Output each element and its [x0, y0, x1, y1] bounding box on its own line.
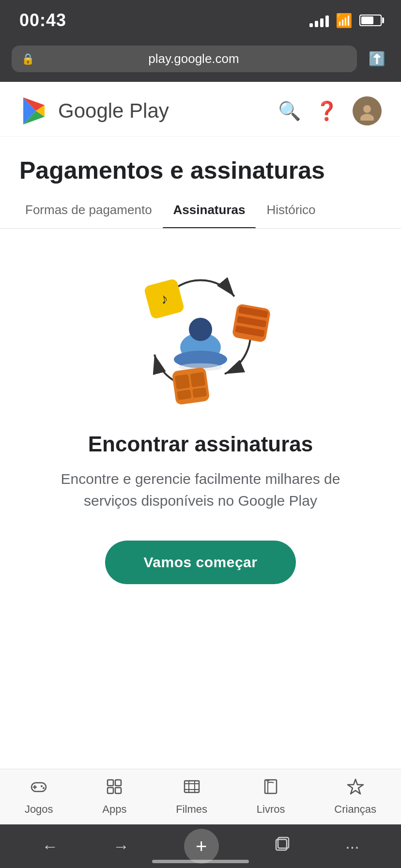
nav-games[interactable]: Jogos — [25, 778, 53, 816]
forward-icon: → — [113, 837, 129, 856]
share-icon: ⬆️ — [369, 51, 386, 66]
more-button[interactable]: ··· — [345, 837, 359, 856]
tab-subscriptions[interactable]: Assinaturas — [163, 190, 256, 228]
nav-kids[interactable]: Crianças — [334, 778, 376, 816]
app-title: Google Play — [58, 99, 169, 123]
svg-point-5 — [363, 105, 371, 113]
status-time: 00:43 — [19, 10, 66, 31]
browser-bar: 🔒 play.google.com ⬆️ — [0, 39, 401, 82]
nav-apps[interactable]: Apps — [102, 778, 126, 816]
url-text[interactable]: play.google.com — [40, 51, 347, 66]
header-icons: 🔍 ❓ — [278, 96, 382, 125]
svg-point-10 — [190, 321, 211, 335]
kids-label: Crianças — [334, 803, 376, 816]
back-icon: ← — [42, 837, 58, 856]
games-label: Jogos — [25, 803, 53, 816]
share-button[interactable]: ⬆️ — [365, 47, 389, 71]
new-tab-icon: + — [196, 836, 207, 857]
logo-area: Google Play — [19, 95, 169, 126]
status-icons: 📶 — [309, 13, 382, 29]
nav-movies[interactable]: Filmes — [176, 778, 207, 816]
books-label: Livros — [257, 803, 285, 816]
help-icon[interactable]: ❓ — [315, 100, 338, 122]
tab-payment[interactable]: Formas de pagamento — [15, 190, 163, 228]
svg-rect-32 — [115, 788, 121, 793]
signal-icon — [309, 14, 329, 27]
google-play-logo — [19, 95, 50, 126]
tabs-icon — [274, 836, 291, 857]
svg-rect-21 — [190, 372, 206, 388]
kids-icon — [347, 778, 364, 799]
status-bar: 00:43 📶 — [0, 0, 401, 39]
more-icon: ··· — [345, 837, 359, 856]
cta-button[interactable]: Vamos começar — [105, 541, 296, 584]
home-indicator — [152, 860, 249, 863]
wifi-icon: 📶 — [336, 13, 353, 29]
avatar[interactable] — [353, 96, 382, 125]
tab-history[interactable]: Histórico — [256, 190, 326, 228]
page-title-area: Pagamentos e assinaturas — [0, 137, 401, 190]
apps-label: Apps — [102, 803, 126, 816]
games-icon — [30, 778, 47, 799]
new-tab-button[interactable]: + — [184, 829, 219, 864]
battery-icon — [359, 15, 382, 26]
tabs-bar: Formas de pagamento Assinaturas Históric… — [0, 190, 401, 229]
nav-books[interactable]: Livros — [257, 778, 285, 816]
movies-icon — [183, 778, 200, 799]
apps-icon — [106, 778, 123, 799]
svg-rect-20 — [175, 374, 190, 390]
section-title: Encontrar assinaturas — [88, 432, 313, 456]
lock-icon: 🔒 — [21, 53, 34, 65]
url-bar[interactable]: 🔒 play.google.com — [12, 46, 357, 72]
svg-point-28 — [43, 787, 45, 789]
forward-button[interactable]: → — [113, 837, 129, 856]
main-content: ♪ Encontrar assinaturas Encontre e geren… — [0, 229, 401, 613]
page-title: Pagamentos e assinaturas — [19, 156, 382, 185]
subscriptions-illustration: ♪ — [118, 258, 283, 413]
movies-label: Filmes — [176, 803, 207, 816]
svg-point-27 — [41, 785, 43, 787]
back-button[interactable]: ← — [42, 837, 58, 856]
search-icon[interactable]: 🔍 — [278, 100, 301, 122]
bottom-nav: Jogos Apps Filmes — [0, 769, 401, 824]
books-icon — [262, 778, 279, 799]
svg-rect-31 — [108, 788, 113, 793]
svg-rect-29 — [108, 780, 113, 786]
app-header: Google Play 🔍 ❓ — [0, 82, 401, 137]
illustration: ♪ — [118, 258, 283, 413]
svg-marker-39 — [348, 779, 363, 794]
tabs-button[interactable] — [274, 836, 291, 857]
svg-rect-30 — [115, 780, 121, 786]
section-desc: Encontre e gerencie facilmente milhares … — [55, 468, 346, 512]
svg-rect-33 — [185, 781, 199, 792]
